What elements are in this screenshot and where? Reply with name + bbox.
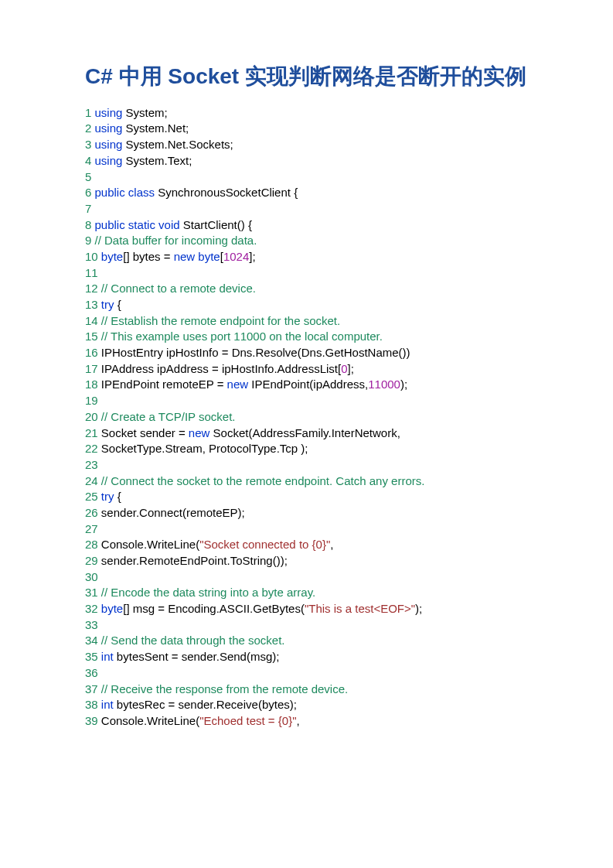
- code-token: [] bytes =: [123, 250, 173, 263]
- page-title: C# 中用 Socket 实现判断网络是否断开的实例: [85, 62, 528, 91]
- line-number: 23: [85, 458, 98, 471]
- line-number: 7: [85, 202, 91, 215]
- code-token: try: [98, 490, 114, 503]
- line-number: 31: [85, 586, 98, 599]
- code-line: 24 // Connect the socket to the remote e…: [85, 473, 528, 490]
- code-line: 10 byte[] bytes = new byte[1024];: [85, 249, 528, 265]
- code-block: 1 using System;2 using System.Net;3 usin…: [85, 105, 528, 730]
- line-number: 20: [85, 410, 98, 423]
- code-token: bytesSent = sender.Send(msg);: [114, 650, 280, 663]
- code-line: 6 public class SynchronousSocketClient {: [85, 185, 528, 201]
- code-line: 11: [85, 265, 528, 282]
- code-token: // Create a TCP/IP socket.: [98, 410, 236, 423]
- line-number: 32: [85, 602, 98, 615]
- code-token: // Establish the remote endpoint for the…: [98, 314, 341, 327]
- code-line: 15 // This example uses port 11000 on th…: [85, 329, 528, 345]
- code-token: using: [91, 138, 122, 151]
- line-number: 33: [85, 618, 98, 631]
- code-line: 19: [85, 393, 528, 409]
- line-number: 13: [85, 298, 98, 311]
- line-number: 11: [85, 266, 98, 279]
- code-token: using: [91, 154, 122, 167]
- code-line: 28 Console.WriteLine("Socket connected t…: [85, 537, 528, 553]
- line-number: 34: [85, 634, 98, 647]
- code-line: 7: [85, 201, 528, 217]
- line-number: 38: [85, 698, 98, 711]
- code-token: new: [189, 426, 210, 439]
- line-number: 17: [85, 362, 98, 375]
- code-line: 22 SocketType.Stream, ProtocolType.Tcp )…: [85, 441, 528, 457]
- code-line: 27: [85, 521, 528, 538]
- code-token: new byte: [174, 250, 220, 263]
- code-token: bytesRec = sender.Receive(bytes);: [114, 698, 297, 711]
- line-number: 18: [85, 378, 98, 391]
- code-token: [] msg = Encoding.ASCII.GetBytes(: [123, 602, 305, 615]
- code-token: );: [400, 378, 407, 391]
- line-number: 14: [85, 314, 98, 327]
- code-token: // Connect to a remote device.: [98, 282, 256, 295]
- code-token: public static void: [91, 218, 179, 231]
- line-number: 29: [85, 554, 98, 567]
- line-number: 25: [85, 490, 98, 503]
- code-token: new: [227, 378, 249, 391]
- code-token: "Echoed test = {0}": [199, 714, 296, 727]
- code-line: 36: [85, 665, 528, 682]
- code-token: IPAddress ipAddress = ipHostInfo.Address…: [98, 362, 341, 375]
- code-token: 0: [341, 362, 347, 375]
- code-token: Console.WriteLine(: [98, 714, 199, 727]
- line-number: 39: [85, 714, 98, 727]
- code-token: byte: [98, 250, 124, 263]
- code-token: // This example uses port 11000 on the l…: [98, 330, 383, 343]
- code-line: 14 // Establish the remote endpoint for …: [85, 313, 528, 330]
- code-line: 4 using System.Text;: [85, 153, 528, 169]
- code-line: 2 using System.Net;: [85, 121, 528, 137]
- code-token: // Send the data through the socket.: [98, 634, 285, 647]
- code-token: SocketType.Stream, ProtocolType.Tcp );: [98, 442, 308, 455]
- code-token: {: [114, 298, 121, 311]
- code-token: using: [91, 106, 122, 119]
- code-token: sender.RemoteEndPoint.ToString());: [98, 554, 288, 567]
- code-token: using: [91, 121, 122, 135]
- code-token: ];: [249, 250, 255, 263]
- code-line: 29 sender.RemoteEndPoint.ToString());: [85, 553, 528, 569]
- code-token: "This is a test<EOF>": [305, 602, 415, 615]
- line-number: 26: [85, 506, 98, 519]
- code-token: System.Text;: [122, 154, 192, 167]
- line-number: 36: [85, 666, 98, 679]
- code-line: 39 Console.WriteLine("Echoed test = {0}"…: [85, 713, 528, 730]
- line-number: 10: [85, 250, 98, 263]
- line-number: 28: [85, 538, 98, 551]
- code-token: ,: [296, 714, 299, 727]
- code-line: 3 using System.Net.Sockets;: [85, 137, 528, 153]
- code-token: SynchronousSocketClient {: [155, 186, 298, 199]
- code-token: Console.WriteLine(: [98, 538, 199, 551]
- code-token: // Encode the data string into a byte ar…: [98, 586, 316, 599]
- line-number: 15: [85, 330, 98, 343]
- code-token: sender.Connect(remoteEP);: [98, 506, 245, 519]
- code-token: // Receive the response from the remote …: [98, 682, 349, 695]
- code-token: System.Net.Sockets;: [122, 138, 233, 151]
- line-number: 5: [85, 170, 91, 183]
- line-number: 22: [85, 442, 98, 455]
- code-token: );: [415, 602, 422, 615]
- code-line: 21 Socket sender = new Socket(AddressFam…: [85, 425, 528, 442]
- line-number: 30: [85, 570, 98, 583]
- code-token: System.Net;: [122, 121, 189, 135]
- code-token: 11000: [368, 378, 400, 391]
- line-number: 37: [85, 682, 98, 695]
- code-token: byte: [98, 602, 124, 615]
- line-number: 35: [85, 650, 98, 663]
- line-number: 16: [85, 346, 98, 359]
- code-token: "Socket connected to {0}": [199, 538, 330, 551]
- code-token: // Data buffer for incoming data.: [91, 234, 257, 247]
- code-line: 1 using System;: [85, 105, 528, 121]
- code-line: 16 IPHostEntry ipHostInfo = Dns.Resolve(…: [85, 345, 528, 361]
- code-token: int: [98, 698, 114, 711]
- code-line: 26 sender.Connect(remoteEP);: [85, 505, 528, 521]
- code-token: IPEndPoint(ipAddress,: [248, 378, 368, 391]
- line-number: 24: [85, 474, 98, 487]
- line-number: 19: [85, 394, 98, 407]
- code-token: int: [98, 650, 114, 663]
- code-line: 32 byte[] msg = Encoding.ASCII.GetBytes(…: [85, 601, 528, 617]
- code-token: System;: [122, 106, 167, 119]
